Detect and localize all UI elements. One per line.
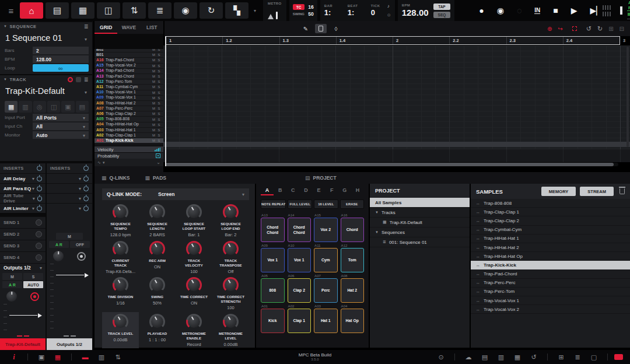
project-item-sequence[interactable]: ≣001: Sequence 01	[370, 237, 470, 247]
power-icon[interactable]	[37, 166, 42, 171]
solo-button[interactable]: S	[156, 128, 162, 132]
mute-button[interactable]: M	[151, 139, 156, 142]
pad-bank-tab[interactable]: D	[299, 187, 312, 195]
project-tree-tracks[interactable]: ▼Tracks	[370, 208, 470, 218]
solo-button[interactable]: S	[156, 69, 162, 73]
looper-icon[interactable]: ↻	[200, 2, 223, 19]
feedback-icon[interactable]	[614, 354, 623, 360]
fader-thumb[interactable]	[85, 273, 89, 278]
solo-button[interactable]: S	[156, 91, 162, 94]
mute-button[interactable]: M	[151, 80, 156, 83]
editor-tab[interactable]: GRID	[94, 24, 117, 34]
separator[interactable]	[71, 354, 72, 360]
mute-button[interactable]: M	[151, 58, 156, 62]
power-icon[interactable]	[37, 176, 42, 181]
power-icon[interactable]	[83, 206, 89, 211]
channel-name-label[interactable]: Outputs 1/2	[47, 338, 92, 350]
solo-button[interactable]: S	[156, 107, 162, 110]
sample-edit-icon[interactable]: ◫	[97, 2, 120, 19]
power-icon[interactable]	[83, 166, 89, 171]
qlink-knob[interactable]	[188, 316, 200, 328]
input-port-select[interactable]: All Ports	[33, 114, 89, 121]
qlink-mode-select[interactable]: Q-LINK MODE: Screen	[102, 188, 249, 200]
drum-pad[interactable]: Clap 1	[288, 309, 312, 333]
drum-pad[interactable]: Tom	[341, 248, 365, 272]
pad-mixer-icon[interactable]: ▦	[71, 2, 94, 19]
fader-thumb[interactable]	[38, 313, 42, 318]
send-slot[interactable]: SEND 2	[0, 228, 46, 240]
pad-row[interactable]: A11 Trap-Cymbal-Cym M S	[94, 85, 163, 90]
pad-row[interactable]: A13 Trap-Pad-Chord M S	[94, 74, 163, 79]
insert-slot-empty[interactable]	[47, 193, 92, 203]
step-sequencer-icon[interactable]: ⇅	[123, 2, 146, 19]
separator[interactable]	[454, 354, 455, 360]
tab-pads[interactable]: ▦PADS	[145, 175, 166, 181]
trash-icon[interactable]	[620, 188, 625, 194]
track-view-icon[interactable]: ▤	[46, 2, 69, 19]
project-item-track[interactable]: ▦Trap-Kit-Default	[370, 218, 470, 228]
stop-button[interactable]: ■	[553, 6, 558, 15]
pad-row[interactable]: A03 Trap-HiHat-Hat 1 M S	[94, 128, 163, 133]
pad-row[interactable]: A06 Trap-Clap-Clap 2 M S	[94, 111, 163, 117]
pad-function-button[interactable]: FULL LEVEL	[288, 200, 312, 209]
monitor-button[interactable]	[77, 252, 86, 261]
midi-track-icon[interactable]: ◫	[47, 101, 60, 113]
drum-pad[interactable]: Chord	[341, 218, 365, 242]
power-icon[interactable]	[37, 196, 42, 201]
solo-button[interactable]: S	[156, 112, 162, 116]
insert-slot-empty[interactable]	[47, 203, 92, 213]
sample-row[interactable]: Trap-HiHat-Hat 2	[471, 243, 630, 252]
insert-slot-empty[interactable]	[47, 173, 92, 183]
panel-view-icon[interactable]: ▢	[587, 354, 601, 361]
drum-pad[interactable]: Chord Chord	[261, 218, 285, 242]
insert-slot[interactable]: AIR Limiter	[0, 203, 46, 213]
pads-view-icon[interactable]: ▦	[51, 354, 65, 361]
pad-bank-tab[interactable]: C	[286, 187, 299, 195]
region-select-icon[interactable]	[569, 24, 580, 33]
track-menu-icon[interactable]: ≣	[84, 76, 89, 82]
grid-editor-canvas[interactable]	[163, 46, 630, 149]
solo-button[interactable]: S	[156, 80, 162, 83]
sample-row[interactable]: Trap-Vocal-Vox 1	[471, 296, 630, 305]
qlink-knob[interactable]	[188, 206, 200, 218]
undo-icon[interactable]: ↺	[586, 25, 592, 33]
mute-button[interactable]: M	[151, 53, 156, 57]
mute-button[interactable]: M	[151, 112, 156, 116]
send-level-knob[interactable]	[36, 231, 42, 237]
qlink-knob[interactable]	[225, 316, 237, 328]
automation-read-button[interactable]: A R	[2, 281, 22, 288]
list-view-icon[interactable]: ≣	[570, 354, 584, 361]
horizontal-scrollbar[interactable]	[165, 163, 618, 166]
keyboard-icon[interactable]: ▦	[510, 354, 524, 361]
punch-in-button[interactable]: IN	[534, 7, 540, 14]
zoom-vertical-icon[interactable]: ⊟	[620, 26, 624, 32]
keygroup-track-icon[interactable]: ▥	[19, 101, 32, 113]
pad-row[interactable]: A04 Trap-HiHat-Hat Op M S	[94, 123, 163, 128]
redo-icon[interactable]: ↻	[597, 25, 603, 33]
tree-caret-icon[interactable]: ▼	[375, 211, 379, 214]
automation-read-button[interactable]: A R	[49, 241, 69, 248]
mute-button[interactable]: M	[151, 69, 156, 73]
qlink-knob[interactable]	[151, 316, 163, 328]
manual-icon[interactable]: ▥	[494, 354, 508, 361]
send-level-knob[interactable]	[36, 254, 42, 261]
record-button[interactable]: ●	[479, 6, 484, 15]
send-level-knob[interactable]	[36, 219, 42, 226]
send-level-knob[interactable]	[36, 243, 42, 249]
tap-tempo-button[interactable]: TAP	[433, 4, 451, 10]
seq-tempo-button[interactable]: SEQ	[433, 12, 451, 18]
solo-button[interactable]: S	[156, 139, 162, 142]
pad-function-button[interactable]: ERASE	[340, 200, 365, 209]
loop-toggle[interactable]	[33, 64, 89, 72]
export-midi-icon[interactable]: ↪	[558, 26, 562, 32]
tc-value[interactable]: 16	[308, 4, 313, 10]
mute-button[interactable]: M	[151, 118, 156, 121]
mute-button[interactable]: M	[151, 134, 156, 137]
monitor-select[interactable]: Auto	[33, 131, 89, 139]
timeline-ruler[interactable]: 1 1.2 1.3 1.4 2 2.2 2.3 2.4	[165, 36, 620, 45]
sequence-selector[interactable]: 1 Sequence 01	[0, 30, 92, 46]
swing-value[interactable]: 50	[308, 11, 313, 17]
mute-button[interactable]: M	[56, 233, 83, 240]
pad-row[interactable]: A15 Trap-Vocal-Vox 2 M S	[94, 64, 163, 69]
cv-track-icon[interactable]: ▤	[76, 101, 89, 113]
